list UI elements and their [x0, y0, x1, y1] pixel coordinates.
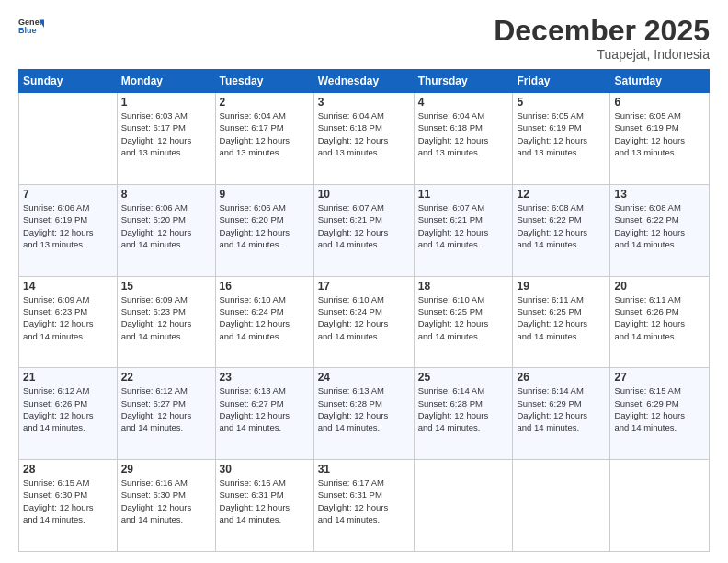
col-monday: Monday [117, 70, 215, 93]
day-info: Sunrise: 6:06 AMSunset: 6:20 PMDaylight:… [121, 201, 211, 250]
day-info: Sunrise: 6:15 AMSunset: 6:29 PMDaylight:… [614, 385, 705, 433]
table-row [19, 93, 118, 185]
header-row: Sunday Monday Tuesday Wednesday Thursday… [19, 70, 710, 93]
day-info: Sunrise: 6:13 AMSunset: 6:28 PMDaylight:… [318, 385, 410, 433]
table-row: 21Sunrise: 6:12 AMSunset: 6:26 PMDayligh… [19, 368, 118, 460]
table-row: 22Sunrise: 6:12 AMSunset: 6:27 PMDayligh… [117, 368, 215, 460]
day-number: 10 [318, 188, 410, 201]
day-info: Sunrise: 6:10 AMSunset: 6:25 PMDaylight:… [418, 293, 509, 342]
day-number: 14 [23, 280, 113, 293]
day-info: Sunrise: 6:08 AMSunset: 6:22 PMDaylight:… [517, 201, 606, 250]
col-wednesday: Wednesday [313, 70, 414, 93]
day-info: Sunrise: 6:14 AMSunset: 6:28 PMDaylight:… [418, 385, 509, 433]
svg-text:Blue: Blue [18, 26, 37, 35]
day-number: 5 [517, 96, 606, 109]
day-info: Sunrise: 6:06 AMSunset: 6:19 PMDaylight:… [23, 201, 113, 250]
day-info: Sunrise: 6:05 AMSunset: 6:19 PMDaylight:… [614, 109, 705, 158]
day-info: Sunrise: 6:14 AMSunset: 6:29 PMDaylight:… [517, 385, 606, 433]
day-info: Sunrise: 6:07 AMSunset: 6:21 PMDaylight:… [418, 201, 509, 250]
calendar-week-5: 28Sunrise: 6:15 AMSunset: 6:30 PMDayligh… [19, 460, 710, 552]
day-number: 3 [318, 96, 410, 109]
table-row: 31Sunrise: 6:17 AMSunset: 6:31 PMDayligh… [313, 460, 414, 552]
day-info: Sunrise: 6:10 AMSunset: 6:24 PMDaylight:… [220, 293, 310, 342]
day-number: 25 [418, 371, 509, 384]
day-number: 30 [220, 463, 310, 476]
day-number: 26 [517, 371, 606, 384]
day-info: Sunrise: 6:04 AMSunset: 6:17 PMDaylight:… [220, 109, 310, 158]
col-tuesday: Tuesday [215, 70, 313, 93]
table-row: 13Sunrise: 6:08 AMSunset: 6:22 PMDayligh… [610, 184, 710, 276]
title-block: December 2025 Tuapejat, Indonesia [494, 15, 710, 62]
day-number: 17 [318, 280, 410, 293]
day-number: 12 [517, 188, 606, 201]
logo: General Blue [18, 15, 44, 40]
day-number: 9 [220, 188, 310, 201]
day-number: 20 [614, 280, 705, 293]
table-row: 5Sunrise: 6:05 AMSunset: 6:19 PMDaylight… [513, 93, 610, 185]
table-row: 16Sunrise: 6:10 AMSunset: 6:24 PMDayligh… [215, 276, 313, 368]
calendar-week-4: 21Sunrise: 6:12 AMSunset: 6:26 PMDayligh… [19, 368, 710, 460]
table-row [610, 460, 710, 552]
day-info: Sunrise: 6:09 AMSunset: 6:23 PMDaylight:… [23, 293, 113, 342]
table-row [414, 460, 513, 552]
table-row: 15Sunrise: 6:09 AMSunset: 6:23 PMDayligh… [117, 276, 215, 368]
day-number: 15 [121, 280, 211, 293]
table-row: 24Sunrise: 6:13 AMSunset: 6:28 PMDayligh… [313, 368, 414, 460]
day-number: 7 [23, 188, 113, 201]
table-row: 10Sunrise: 6:07 AMSunset: 6:21 PMDayligh… [313, 184, 414, 276]
day-info: Sunrise: 6:11 AMSunset: 6:25 PMDaylight:… [517, 293, 606, 342]
day-number: 11 [418, 188, 509, 201]
day-info: Sunrise: 6:16 AMSunset: 6:30 PMDaylight:… [121, 477, 211, 525]
day-number: 27 [614, 371, 705, 384]
day-info: Sunrise: 6:11 AMSunset: 6:26 PMDaylight:… [614, 293, 705, 342]
table-row: 2Sunrise: 6:04 AMSunset: 6:17 PMDaylight… [215, 93, 313, 185]
subtitle: Tuapejat, Indonesia [494, 47, 710, 62]
day-number: 23 [220, 371, 310, 384]
day-info: Sunrise: 6:15 AMSunset: 6:30 PMDaylight:… [23, 477, 113, 525]
day-number: 2 [220, 96, 310, 109]
day-info: Sunrise: 6:03 AMSunset: 6:17 PMDaylight:… [121, 109, 211, 158]
table-row: 3Sunrise: 6:04 AMSunset: 6:18 PMDaylight… [313, 93, 414, 185]
table-row: 18Sunrise: 6:10 AMSunset: 6:25 PMDayligh… [414, 276, 513, 368]
table-row: 27Sunrise: 6:15 AMSunset: 6:29 PMDayligh… [610, 368, 710, 460]
day-number: 19 [517, 280, 606, 293]
day-info: Sunrise: 6:17 AMSunset: 6:31 PMDaylight:… [318, 477, 410, 525]
day-number: 6 [614, 96, 705, 109]
day-number: 8 [121, 188, 211, 201]
table-row: 14Sunrise: 6:09 AMSunset: 6:23 PMDayligh… [19, 276, 118, 368]
day-info: Sunrise: 6:12 AMSunset: 6:27 PMDaylight:… [121, 385, 211, 433]
table-row: 28Sunrise: 6:15 AMSunset: 6:30 PMDayligh… [19, 460, 118, 552]
table-row: 19Sunrise: 6:11 AMSunset: 6:25 PMDayligh… [513, 276, 610, 368]
table-row: 9Sunrise: 6:06 AMSunset: 6:20 PMDaylight… [215, 184, 313, 276]
day-number: 24 [318, 371, 410, 384]
day-info: Sunrise: 6:05 AMSunset: 6:19 PMDaylight:… [517, 109, 606, 158]
day-number: 13 [614, 188, 705, 201]
day-info: Sunrise: 6:13 AMSunset: 6:27 PMDaylight:… [220, 385, 310, 433]
col-friday: Friday [513, 70, 610, 93]
day-number: 21 [23, 371, 113, 384]
month-title: December 2025 [494, 15, 710, 47]
day-number: 29 [121, 463, 211, 476]
day-info: Sunrise: 6:10 AMSunset: 6:24 PMDaylight:… [318, 293, 410, 342]
table-row: 25Sunrise: 6:14 AMSunset: 6:28 PMDayligh… [414, 368, 513, 460]
col-thursday: Thursday [414, 70, 513, 93]
calendar-week-3: 14Sunrise: 6:09 AMSunset: 6:23 PMDayligh… [19, 276, 710, 368]
table-row: 29Sunrise: 6:16 AMSunset: 6:30 PMDayligh… [117, 460, 215, 552]
day-info: Sunrise: 6:06 AMSunset: 6:20 PMDaylight:… [220, 201, 310, 250]
table-row: 23Sunrise: 6:13 AMSunset: 6:27 PMDayligh… [215, 368, 313, 460]
calendar-week-2: 7Sunrise: 6:06 AMSunset: 6:19 PMDaylight… [19, 184, 710, 276]
day-info: Sunrise: 6:07 AMSunset: 6:21 PMDaylight:… [318, 201, 410, 250]
day-info: Sunrise: 6:12 AMSunset: 6:26 PMDaylight:… [23, 385, 113, 433]
header: General Blue December 2025 Tuapejat, Ind… [18, 15, 710, 62]
day-info: Sunrise: 6:09 AMSunset: 6:23 PMDaylight:… [121, 293, 211, 342]
table-row: 1Sunrise: 6:03 AMSunset: 6:17 PMDaylight… [117, 93, 215, 185]
day-info: Sunrise: 6:16 AMSunset: 6:31 PMDaylight:… [220, 477, 310, 525]
day-number: 4 [418, 96, 509, 109]
day-info: Sunrise: 6:04 AMSunset: 6:18 PMDaylight:… [418, 109, 509, 158]
table-row [513, 460, 610, 552]
table-row: 8Sunrise: 6:06 AMSunset: 6:20 PMDaylight… [117, 184, 215, 276]
table-row: 30Sunrise: 6:16 AMSunset: 6:31 PMDayligh… [215, 460, 313, 552]
day-number: 22 [121, 371, 211, 384]
day-info: Sunrise: 6:08 AMSunset: 6:22 PMDaylight:… [614, 201, 705, 250]
day-number: 28 [23, 463, 113, 476]
